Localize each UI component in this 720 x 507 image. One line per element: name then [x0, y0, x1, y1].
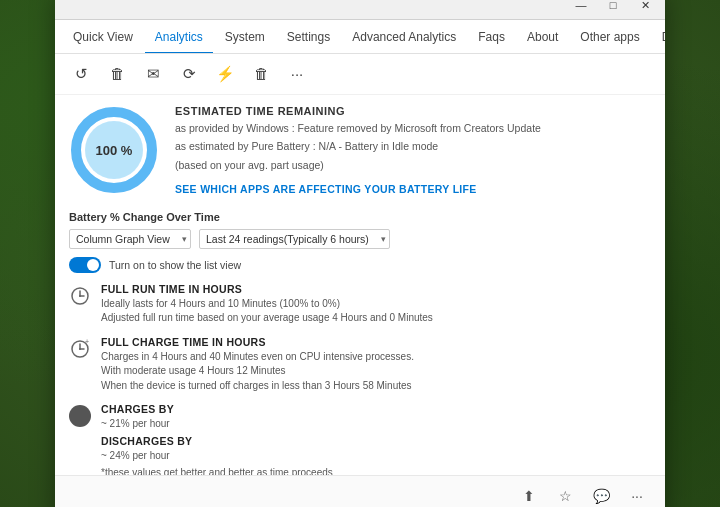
refresh-icon[interactable]: ↺ [69, 62, 93, 86]
charges-rate: ~ 21% per hour [101, 417, 458, 431]
discharge-rate: ~ 24% per hour [101, 449, 458, 463]
estimated-line2: as estimated by Pure Battery : N/A - Bat… [175, 139, 651, 155]
mail-icon[interactable]: ✉ [141, 62, 165, 86]
tab-system[interactable]: System [215, 20, 275, 54]
tab-faqs[interactable]: Faqs [468, 20, 515, 54]
full-run-line1: Ideally lasts for 4 Hours and 10 Minutes… [101, 297, 433, 312]
battery-change-header: Battery % Change Over Time [69, 211, 651, 223]
view-select[interactable]: Column Graph View Line Graph View List V… [69, 229, 191, 249]
discharge-title: DISCHARGES BY [101, 435, 458, 447]
app-window: — □ ✕ Quick View Analytics System Settin… [55, 0, 665, 507]
estimated-line3: (based on your avg. part usage) [175, 158, 651, 174]
full-charge-line3: When the device is turned off charges in… [101, 379, 414, 394]
tab-analytics[interactable]: Analytics [145, 20, 213, 54]
full-charge-row: + FULL CHARGE TIME IN HOURS Charges in 4… [69, 336, 651, 394]
toggle-row: Turn on to show the list view [69, 257, 651, 273]
toggle-label: Turn on to show the list view [109, 259, 241, 271]
sync-icon[interactable]: ⟳ [177, 62, 201, 86]
charges-content: CHARGES BY ~ 21% per hour DISCHARGES BY … [101, 403, 458, 474]
share-icon[interactable]: ⬆ [515, 482, 543, 508]
full-charge-line2: With moderate usage 4 Hours 12 Minutes [101, 364, 414, 379]
close-button[interactable]: ✕ [629, 0, 661, 19]
tab-about[interactable]: About [517, 20, 568, 54]
comment-icon[interactable]: 💬 [587, 482, 615, 508]
estimated-text: ESTIMATED TIME REMAINING as provided by … [175, 105, 651, 197]
delete-icon[interactable]: 🗑 [249, 62, 273, 86]
star-icon[interactable]: ☆ [551, 482, 579, 508]
clock-icon [69, 285, 91, 307]
tab-quick-view[interactable]: Quick View [63, 20, 143, 54]
tab-settings[interactable]: Settings [277, 20, 340, 54]
full-charge-content: FULL CHARGE TIME IN HOURS Charges in 4 H… [101, 336, 414, 394]
toolbar: ↺ 🗑 ✉ ⟳ ⚡ 🗑 ··· [55, 54, 665, 95]
more-icon[interactable]: ··· [285, 62, 309, 86]
trash-icon[interactable]: 🗑 [105, 62, 129, 86]
svg-text:+: + [85, 339, 89, 345]
full-run-row: FULL RUN TIME IN HOURS Ideally lasts for… [69, 283, 651, 326]
person-icon [69, 405, 91, 427]
full-run-line2: Adjusted full run time based on your ave… [101, 311, 433, 326]
charges-title: CHARGES BY [101, 403, 458, 415]
estimated-line1: as provided by Windows : Feature removed… [175, 121, 651, 137]
bottom-bar: ⬆ ☆ 💬 ··· [55, 475, 665, 508]
full-run-content: FULL RUN TIME IN HOURS Ideally lasts for… [101, 283, 433, 326]
battery-percent-label: 100 % [96, 142, 133, 157]
battery-icon-toolbar[interactable]: ⚡ [213, 62, 237, 86]
tab-advanced-analytics[interactable]: Advanced Analytics [342, 20, 466, 54]
minimize-button[interactable]: — [565, 0, 597, 19]
charges-note1: *these values get better and better as t… [101, 466, 458, 474]
svg-point-7 [79, 295, 81, 297]
svg-point-11 [79, 348, 81, 350]
nav-tabs: Quick View Analytics System Settings Adv… [55, 20, 665, 54]
view-select-wrap: Column Graph View Line Graph View List V… [69, 229, 191, 249]
maximize-button[interactable]: □ [597, 0, 629, 19]
tab-other-apps[interactable]: Other apps [570, 20, 649, 54]
charge-clock-icon: + [69, 338, 91, 360]
time-select-wrap: Last 24 readings(Typically 6 hours) Last… [199, 229, 390, 249]
full-charge-line1: Charges in 4 Hours and 40 Minutes even o… [101, 350, 414, 365]
tab-dev-updates[interactable]: Dev updates [652, 20, 665, 54]
charges-section: CHARGES BY ~ 21% per hour DISCHARGES BY … [69, 403, 651, 474]
estimated-title: ESTIMATED TIME REMAINING [175, 105, 651, 117]
content-area: 100 % ESTIMATED TIME REMAINING as provid… [55, 95, 665, 475]
more-bottom-icon[interactable]: ··· [623, 482, 651, 508]
estimated-section: 100 % ESTIMATED TIME REMAINING as provid… [69, 105, 651, 197]
time-select[interactable]: Last 24 readings(Typically 6 hours) Last… [199, 229, 390, 249]
chart-controls: Column Graph View Line Graph View List V… [69, 229, 651, 249]
full-charge-title: FULL CHARGE TIME IN HOURS [101, 336, 414, 348]
full-run-title: FULL RUN TIME IN HOURS [101, 283, 433, 295]
see-which-link[interactable]: SEE WHICH APPS ARE AFFECTING YOUR BATTER… [175, 183, 477, 195]
list-view-toggle[interactable] [69, 257, 101, 273]
titlebar: — □ ✕ [55, 0, 665, 20]
battery-circle: 100 % [69, 105, 159, 195]
